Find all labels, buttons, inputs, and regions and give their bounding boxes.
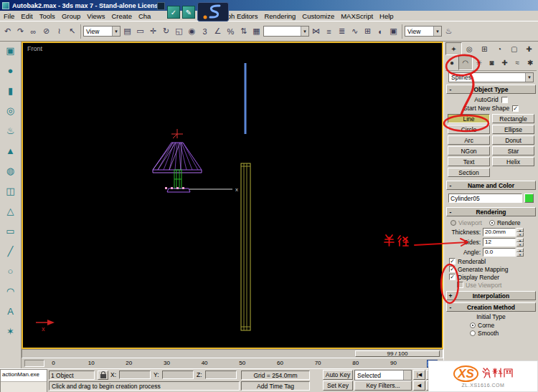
splines-dropdown[interactable]: Splines ▼ [448,72,534,82]
radio-icon[interactable] [470,322,476,328]
align-icon[interactable]: ≡ [323,24,335,38]
autogrid-row[interactable]: AutoGrid [445,95,537,104]
script-check-icon[interactable]: ✓ [167,6,180,19]
start-new-shape-row[interactable]: Start New Shape ✓ [445,104,537,113]
corner-radio[interactable]: Corne [445,321,537,329]
angle-spinner[interactable]: ▲ ▼ [516,248,524,257]
arc-tool-icon[interactable]: ◠ [3,285,19,298]
category-spacewarps-icon[interactable]: ≈ [511,55,524,70]
spinner-snap-icon[interactable]: ⇅ [237,24,250,38]
spinner-down-icon[interactable]: ▼ [516,232,524,236]
menu-tools[interactable]: Tools [39,12,55,20]
redo-icon[interactable]: ↷ [14,24,27,38]
selected-set-dropdown[interactable]: Selected [354,370,412,381]
angle-snap-icon[interactable]: ∠ [212,24,224,38]
render-type-dropdown[interactable]: View ▼ [405,26,442,37]
title-bar[interactable]: Autobak2.max - 3ds max 7 - Stand-alone L… [0,0,538,11]
tab-modify-icon[interactable]: ◎ [462,42,477,55]
angle-field[interactable]: 0.0 [483,248,516,257]
link-icon[interactable]: ∞ [27,24,39,38]
use-pivot-center-icon[interactable]: ◉ [186,24,198,38]
y-coord-field[interactable] [162,371,194,379]
category-lights-icon[interactable]: ☀ [473,55,486,70]
script-edit-icon[interactable]: ✎ [182,6,195,19]
object-type-donut-button[interactable]: Donut [492,135,534,145]
tab-motion-icon[interactable]: ◔ [491,42,506,55]
chevron-down-icon[interactable]: ▼ [433,27,441,36]
render-scene-icon[interactable]: ▣ [387,24,400,38]
cylinder-pole-object[interactable] [241,163,250,330]
maxscript-mini-listener[interactable]: actionMan.exe [0,369,47,392]
unlink-icon[interactable]: ⊘ [40,24,52,38]
rollout-creation-method[interactable]: - Creation Method [446,302,536,312]
display-render-checkbox[interactable]: ✓ Display Render [445,273,537,281]
box-tool-icon[interactable]: ▣ [3,44,19,57]
thickness-spinner[interactable]: ▲ ▼ [516,228,524,236]
spinner-down-icon[interactable]: ▼ [516,242,524,247]
checkbox-icon[interactable]: ✓ [449,274,456,280]
go-to-start-button[interactable]: |◀ [413,370,425,380]
select-scale-icon[interactable]: ◱ [173,24,185,38]
lamp-object[interactable]: x [153,129,238,193]
viewport-label[interactable]: Front [27,45,42,52]
select-by-name-icon[interactable]: ▤ [121,24,133,38]
object-color-swatch[interactable] [524,193,534,203]
bind-to-spacewarp-icon[interactable]: ≀ [53,24,65,38]
renderable-checkbox[interactable]: ✓ Renderabl [445,257,537,265]
object-type-ellipse-button[interactable]: Ellipse [492,125,534,134]
menu-rendering[interactable]: Rendering [264,12,296,20]
category-cameras-icon[interactable]: ◙ [486,55,499,70]
chevron-down-icon[interactable]: ▼ [301,27,308,36]
curve-editor-icon[interactable]: ∿ [349,24,361,38]
set-key-button[interactable]: Set Key [323,381,353,391]
smooth-radio[interactable]: Smooth [445,329,537,337]
add-time-tag[interactable]: Add Time Tag [241,381,310,391]
use-viewport-row[interactable]: Use Viewport [445,281,537,289]
star-tool-icon[interactable]: ✶ [3,325,19,338]
tube-tool-icon[interactable]: ◫ [3,184,19,198]
radio-icon[interactable] [470,330,476,336]
menu-help[interactable]: Help [379,12,394,20]
z-coord-field[interactable] [205,371,237,379]
menu-maxscript[interactable]: MAXScript [341,12,373,20]
auto-key-button[interactable]: Auto Key [323,370,353,380]
menu-character[interactable]: Cha [138,12,151,20]
category-systems-icon[interactable]: ✱ [524,55,537,70]
radio-icon[interactable] [450,220,456,226]
previous-key-button[interactable]: ◀ [413,381,425,391]
object-type-arc-button[interactable]: Arc [448,135,490,145]
object-type-star-button[interactable]: Star [492,146,534,156]
cone-tool-icon[interactable]: ▲ [3,144,19,158]
tab-utilities-icon[interactable]: ✚ [522,42,537,55]
layer-manager-icon[interactable]: ≣ [336,24,348,38]
tab-display-icon[interactable]: ▢ [506,42,522,55]
use-viewport-checkbox[interactable] [457,282,463,288]
material-editor-icon[interactable]: ◐ [374,24,387,38]
tab-hierarchy-icon[interactable]: ⊞ [477,42,492,55]
teapot-tool-icon[interactable]: ♨ [3,124,19,138]
named-selection-combo[interactable]: ▼ [263,26,309,37]
rollout-object-type[interactable]: - Object Type [446,85,536,94]
checkbox-icon[interactable]: ✓ [449,258,456,264]
listener-lower-pane[interactable] [1,381,47,392]
selection-lock-button[interactable] [98,371,108,380]
mirror-icon[interactable]: ⋈ [310,24,322,38]
time-slider-track[interactable]: 99 / 100 [22,349,443,358]
select-object-icon[interactable]: ↖ [66,24,78,38]
category-shapes-icon[interactable]: ◠ [458,55,473,70]
pyramid-tool-icon[interactable]: △ [3,204,19,218]
menu-edit[interactable]: Edit [21,12,32,20]
renderer-radio[interactable]: Rendere [489,219,521,226]
geosphere-tool-icon[interactable]: ◍ [3,164,19,178]
category-geometry-icon[interactable]: ● [445,55,458,70]
object-type-line-button[interactable]: Line [448,114,490,123]
menu-views[interactable]: Views [87,12,105,20]
sphere-tool-icon[interactable]: ● [3,64,19,77]
selection-filter-dropdown[interactable]: View ▼ [83,26,121,37]
generate-mapping-checkbox[interactable]: ✓ Generate Mapping [445,265,537,273]
plane-tool-icon[interactable]: ▭ [3,224,19,238]
object-type-circle-button[interactable]: Circle [448,125,490,134]
track-bar[interactable]: 0102030405060708090100 [22,358,443,368]
select-move-icon[interactable]: ✛ [147,24,159,38]
menu-create[interactable]: Create [111,12,132,20]
